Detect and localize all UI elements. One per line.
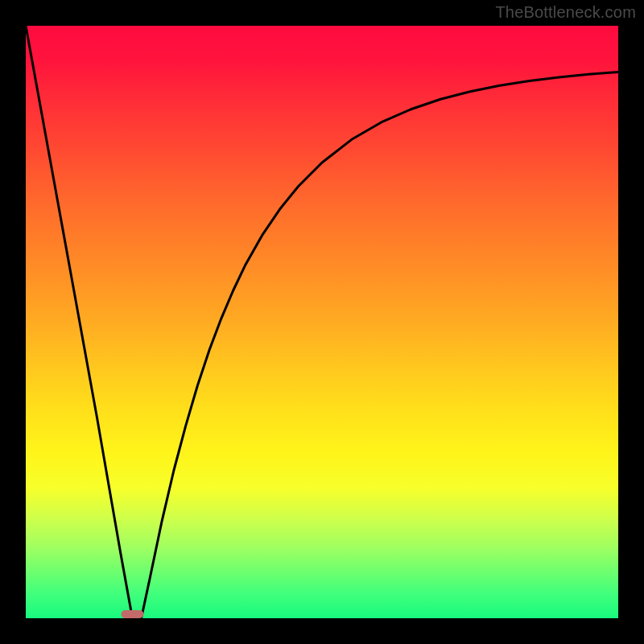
plot-area <box>26 26 618 618</box>
chart-series <box>26 26 618 618</box>
chart-frame: TheBottleneck.com <box>0 0 644 644</box>
series-curve <box>26 26 618 618</box>
baseline-marker <box>121 610 143 618</box>
watermark-text: TheBottleneck.com <box>495 3 636 22</box>
chart-marker <box>121 610 143 618</box>
chart-svg <box>26 26 618 618</box>
